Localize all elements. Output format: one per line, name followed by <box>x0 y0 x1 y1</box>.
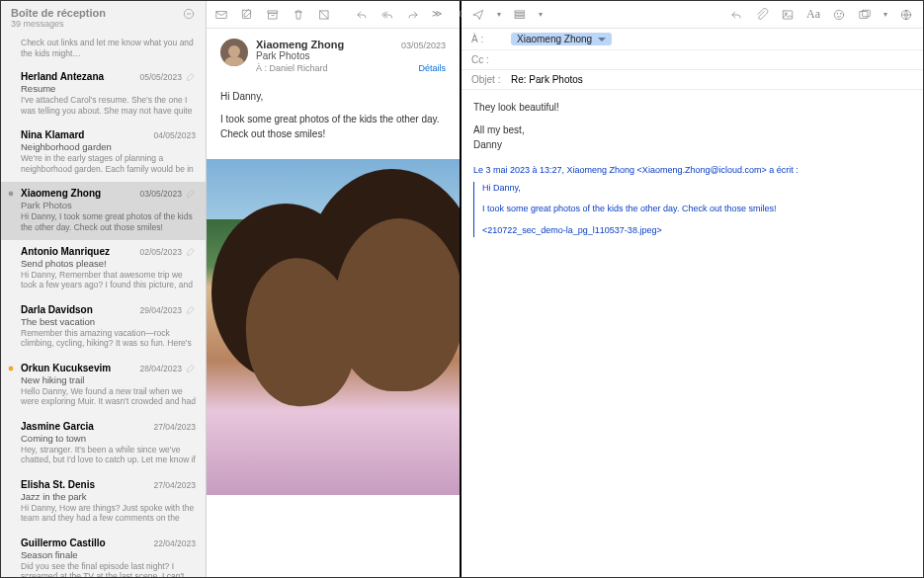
inbox-title: Boîte de réception <box>11 7 106 19</box>
row-sender: Guillermo Castillo <box>21 537 106 548</box>
svg-rect-11 <box>515 16 524 18</box>
reply-all-icon[interactable] <box>380 8 394 22</box>
row-date: 02/05/2023 <box>139 247 182 257</box>
message-row[interactable]: Jasmine Garcia27/04/2023Coming to townHe… <box>1 415 206 473</box>
message-date: 03/05/2023 <box>401 41 446 50</box>
junk-icon[interactable] <box>317 8 331 22</box>
row-sender: Jasmine Garcia <box>21 421 94 432</box>
insert-image-icon[interactable] <box>781 8 795 22</box>
details-link[interactable]: Détails <box>418 63 446 73</box>
message-row[interactable]: Nina Klamard04/05/2023Neighborhood garde… <box>1 124 206 182</box>
cc-label: Cc : <box>471 54 511 65</box>
attachment-image[interactable] <box>207 159 460 495</box>
photo-browser-icon[interactable] <box>858 8 872 22</box>
to-field[interactable]: À : Xiaomeng Zhong <box>462 29 923 50</box>
link-icon[interactable] <box>899 8 913 22</box>
attach-icon[interactable] <box>755 8 769 22</box>
row-sender: Xiaomeng Zhong <box>21 188 101 199</box>
format-icon[interactable]: Aa <box>806 7 820 22</box>
row-preview: Did you see the final episode last night… <box>21 561 196 578</box>
inbox-count: 39 messages <box>11 19 106 29</box>
message-row[interactable]: Elisha St. Denis27/04/2023Jazz in the pa… <box>1 473 206 532</box>
reply-compose-icon[interactable] <box>729 8 743 22</box>
row-subject: Coming to town <box>21 433 196 444</box>
svg-rect-12 <box>783 10 792 18</box>
to-label: À : <box>471 34 511 44</box>
cc-input[interactable] <box>511 54 913 65</box>
compose-toolbar: ▾ ▾ Aa ▾ <box>462 1 923 29</box>
message-row[interactable]: Darla Davidson29/04/2023The best vacatio… <box>1 298 206 357</box>
row-preview: Remember this amazing vacation—rock clim… <box>21 328 196 350</box>
row-date: 27/04/2023 <box>153 422 196 432</box>
row-date: 29/04/2023 <box>139 305 182 315</box>
message-row[interactable]: Guillermo Castillo22/04/2023Season final… <box>1 532 206 578</box>
row-sender: Orkun Kucuksevim <box>21 363 111 373</box>
subject-field[interactable]: Objet : <box>462 70 923 90</box>
row-sender: Darla Davidson <box>21 304 93 315</box>
avatar <box>220 39 248 66</box>
subject-input[interactable] <box>511 74 913 85</box>
inbox-header: Boîte de réception 39 messages <box>1 1 206 31</box>
row-subject: Jazz in the park <box>21 491 196 502</box>
row-preview: Hi Danny, How are things? Just spoke wit… <box>21 503 196 525</box>
svg-point-13 <box>785 12 787 14</box>
archive-icon[interactable] <box>266 8 280 22</box>
filter-icon[interactable] <box>182 7 196 21</box>
row-subject: New hiking trail <box>21 374 196 385</box>
reply-icon[interactable] <box>355 8 369 22</box>
photo-dropdown-icon[interactable]: ▾ <box>883 10 887 19</box>
row-date: 03/05/2023 <box>139 189 182 199</box>
viewer-toolbar: ≫ <box>207 1 460 29</box>
more-icon[interactable]: ≫ <box>432 8 446 22</box>
compose-pane: ▾ ▾ Aa ▾ À : Xiaomeng Zhong Cc : <box>462 1 923 577</box>
row-preview: Hi Danny, Remember that awesome trip we … <box>21 270 196 291</box>
row-preview: Hello Danny, We found a new trail when w… <box>21 386 196 408</box>
trash-icon[interactable] <box>292 8 305 22</box>
row-date: 27/04/2023 <box>153 480 196 490</box>
svg-rect-6 <box>269 13 277 19</box>
message-row[interactable]: Herland Antezana05/05/2023ResumeI've att… <box>1 65 206 124</box>
row-date: 22/04/2023 <box>153 538 196 548</box>
row-subject: Send photos please! <box>21 258 196 269</box>
row-subject: Resume <box>21 83 196 94</box>
row-preview: Hi Danny, I took some great photos of th… <box>21 211 196 232</box>
row-date: 28/04/2023 <box>139 364 182 373</box>
recipient-chip[interactable]: Xiaomeng Zhong <box>511 33 612 45</box>
send-icon[interactable] <box>471 8 485 22</box>
message-row[interactable]: Orkun Kucuksevim28/04/2023New hiking tra… <box>1 357 206 415</box>
draft-icon <box>186 364 196 373</box>
svg-rect-10 <box>515 13 524 15</box>
svg-point-1 <box>9 192 14 197</box>
quoted-message: Hi Danny, I took some great photos of th… <box>473 182 911 238</box>
emoji-icon[interactable] <box>832 8 846 22</box>
draft-icon <box>186 72 196 82</box>
message-header: Xiaomeng Zhong 03/05/2023 Park Photos À … <box>207 29 460 79</box>
draft-icon <box>186 305 196 315</box>
row-date: 05/05/2023 <box>139 72 182 82</box>
message-row[interactable]: Xiaomeng Zhong03/05/2023Park PhotosHi Da… <box>1 182 206 239</box>
row-preview: I've attached Carol's resume. She's the … <box>21 95 196 117</box>
compose-line: They look beautiful! <box>473 100 911 115</box>
messages-scroll[interactable]: Check out links and let me know what you… <box>1 31 206 577</box>
draft-icon <box>186 189 196 199</box>
subject-label: Objet : <box>471 74 511 85</box>
forward-icon[interactable] <box>406 8 420 22</box>
svg-point-16 <box>840 13 841 14</box>
svg-point-14 <box>834 10 843 19</box>
row-preview: We're in the early stages of planning a … <box>21 153 196 175</box>
draft-icon <box>186 247 196 257</box>
header-fields-icon[interactable] <box>513 8 527 22</box>
header-dropdown-icon[interactable]: ▾ <box>539 10 543 19</box>
envelope-icon[interactable] <box>214 8 228 22</box>
signature: All my best, Danny <box>473 123 911 152</box>
message-row[interactable]: Check out links and let me know what you… <box>1 31 206 65</box>
cc-field[interactable]: Cc : <box>462 50 923 70</box>
message-subject: Park Photos <box>256 50 446 61</box>
compose-icon[interactable] <box>240 8 254 22</box>
send-dropdown-icon[interactable]: ▾ <box>497 10 501 19</box>
compose-body[interactable]: They look beautiful! All my best, Danny … <box>462 90 923 255</box>
quote-header: Le 3 mai 2023 à 13:27, Xiaomeng Zhong <X… <box>473 164 911 178</box>
message-row[interactable]: Antonio Manriquez02/05/2023Send photos p… <box>1 240 206 298</box>
svg-point-15 <box>837 13 838 14</box>
body-text: I took some great photos of the kids the… <box>220 112 446 141</box>
